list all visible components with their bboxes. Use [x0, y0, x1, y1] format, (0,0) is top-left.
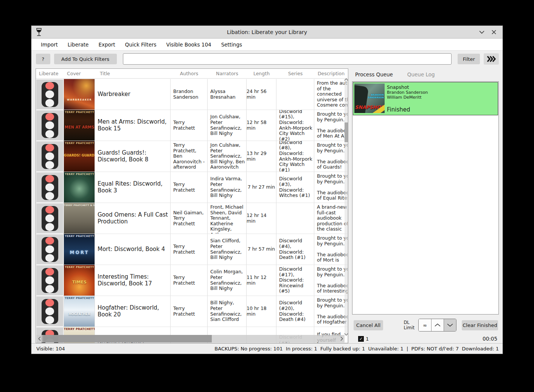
- queue-item[interactable]: BRANDON SANDERSON SNAPSHOT Snapshot Bran…: [353, 82, 498, 115]
- scroll-left-icon[interactable]: [36, 336, 42, 342]
- title-cell: Warbreaker: [95, 79, 171, 110]
- vertical-scrollbar[interactable]: [345, 79, 348, 335]
- table-row[interactable]: TERRY PRATCHETTTIMES Interesting Times: …: [36, 265, 348, 296]
- column-header-authors[interactable]: Authors: [171, 69, 208, 78]
- series-cell: Discworld (#17), Discworld: Rincewind (#…: [276, 265, 314, 296]
- column-header-title[interactable]: Title: [95, 69, 171, 78]
- column-header-liberate[interactable]: Liberate: [36, 69, 64, 78]
- liberate-cell: [36, 79, 63, 109]
- column-header-length[interactable]: Length: [247, 69, 276, 78]
- queue-item-author: Brandon Sanderson: [387, 90, 428, 95]
- title-cell: Mort: Discworld, Book 4: [95, 234, 171, 265]
- description-cell: Brought to youby Penguin. The audiobooko…: [314, 296, 348, 327]
- tab-process-queue[interactable]: Process Queue: [355, 71, 393, 77]
- scroll-up-icon[interactable]: [343, 77, 348, 82]
- queue-count-checkbox[interactable]: ✓: [358, 336, 364, 342]
- add-to-quick-filters-button[interactable]: Add To Quick Filters: [54, 54, 117, 64]
- menu-item-liberate[interactable]: Liberate: [63, 42, 94, 48]
- column-header-description[interactable]: Description: [314, 69, 348, 78]
- queue-item-title: Snapshot: [387, 84, 428, 90]
- column-header-series[interactable]: Series: [276, 69, 314, 78]
- triple-chevron-icon[interactable]: [484, 53, 499, 65]
- series-cell: Discworld (#20), Discworld: Death (#4): [276, 296, 314, 327]
- menu-item-import[interactable]: Import: [36, 42, 63, 48]
- description-cell: From the authorof theconnecteduniverse o…: [314, 79, 348, 110]
- table-row[interactable]: TERRY PRATCHETTGUARDS! GUARDS! Guards! G…: [36, 141, 348, 172]
- column-header-cover[interactable]: Cover: [64, 69, 95, 78]
- title-cell: Hogfather: Discworld, Book 20: [95, 296, 171, 327]
- book-cover: TERRY PRATCHETTTIMES: [64, 265, 95, 296]
- length-cell: 12 hr 14 min: [247, 203, 276, 234]
- liberate-button[interactable]: [42, 299, 58, 324]
- book-cover: TERRY PRATCHETTMORT: [64, 234, 95, 265]
- dl-limit-value[interactable]: ∞: [419, 319, 431, 331]
- filter-button[interactable]: Filter: [458, 54, 480, 64]
- description-cell: Brought to youby Penguin. The audiobooko…: [314, 265, 348, 296]
- liberate-button[interactable]: [42, 175, 58, 200]
- title-cell: Interesting Times: Discworld, Book 17: [95, 265, 171, 296]
- window-title: Libation: Liberate your Library: [31, 29, 503, 35]
- spinner-up-icon[interactable]: [431, 319, 444, 331]
- authors-cell: Terry Pratchett: [171, 110, 208, 141]
- title-cell: Equal Rites: Discworld, Book 3: [95, 172, 171, 203]
- queue-list: BRANDON SANDERSON SNAPSHOT Snapshot Bran…: [352, 81, 499, 315]
- liberate-button[interactable]: [42, 144, 58, 169]
- liberate-cell: [36, 296, 63, 326]
- help-button[interactable]: ?: [36, 54, 50, 64]
- tab-queue-log[interactable]: Queue Log: [407, 71, 435, 77]
- narrators-cell: Jon Culshaw, Peter Serafinowicz, Bill Ni…: [208, 110, 247, 141]
- title-bar: Libation: Liberate your Library: [31, 26, 503, 39]
- narrators-cell: Sian Clifford, Peter Serafinowicz, Bill …: [208, 234, 247, 265]
- menu-bar: ImportLiberateExportQuick FiltersVisible…: [31, 39, 503, 51]
- spinner-down-icon[interactable]: [444, 319, 456, 331]
- clear-finished-button[interactable]: Clear Finished: [462, 320, 498, 330]
- library-grid: Liberate Cover Title Authors Narrators L…: [36, 68, 348, 343]
- table-row[interactable]: WARBREAKER Warbreaker Brandon Sanderson …: [36, 79, 348, 110]
- table-row[interactable]: TERRY PRATCHETT Equal Rites: Discworld, …: [36, 172, 348, 203]
- table-row[interactable]: TERRY PRATCHETT & NEIL GAIMANGOOD OMENS …: [36, 203, 348, 234]
- queue-timer: 00:05: [483, 336, 499, 342]
- column-header-narrators[interactable]: Narrators: [208, 69, 247, 78]
- liberate-button[interactable]: [42, 268, 58, 293]
- liberate-button[interactable]: [42, 206, 58, 231]
- liberate-cell: [36, 172, 63, 202]
- book-cover: TERRY PRATCHETTHOGFATHER: [64, 296, 95, 327]
- table-body: WARBREAKER Warbreaker Brandon Sanderson …: [36, 79, 348, 343]
- length-cell: 13 hr 29 min: [247, 141, 276, 172]
- vertical-scroll-thumb[interactable]: [345, 122, 348, 142]
- book-cover: WARBREAKER: [64, 79, 95, 110]
- table-row[interactable]: TERRY PRATCHETTHOGFATHER Hogfather: Disc…: [36, 296, 348, 327]
- authors-cell: Terry Pratchett, Ben Aaronovitch - after…: [171, 141, 208, 172]
- menu-item-settings[interactable]: Settings: [216, 42, 247, 48]
- menu-item-export[interactable]: Export: [93, 42, 120, 48]
- authors-cell: Brandon Sanderson: [171, 79, 208, 110]
- book-cover: TERRY PRATCHETT & NEIL GAIMANGOOD OMENS: [64, 203, 95, 234]
- narrators-cell: Jon Culshaw, Peter Serafinowicz, Bill Ni…: [208, 141, 247, 172]
- narrators-cell: Indira Varma, Peter Serafinowicz, Bill N…: [208, 172, 247, 203]
- table-row[interactable]: TERRY PRATCHETTMORT Mort: Discworld, Boo…: [36, 234, 348, 265]
- cancel-all-button[interactable]: Cancel All: [354, 320, 383, 330]
- status-bar: Visible: 104 BACKUPS: No progress: 101 I…: [31, 343, 503, 354]
- liberate-button[interactable]: [42, 113, 58, 138]
- toolbar: ? Add To Quick Filters Filter: [31, 51, 503, 67]
- dl-limit-spinner[interactable]: ∞: [418, 319, 456, 332]
- horizontal-scrollbar[interactable]: [36, 335, 345, 342]
- scroll-right-icon[interactable]: [338, 336, 345, 342]
- liberate-cell: [36, 203, 63, 233]
- cover-author-text: BRANDON SANDERSON: [364, 93, 384, 99]
- liberate-button[interactable]: [42, 237, 58, 262]
- narrators-cell: Alyssa Bresnahan: [208, 79, 247, 110]
- horizontal-scroll-thumb[interactable]: [43, 335, 212, 342]
- process-queue-panel: Process Queue Queue Log BRANDON SANDERSO…: [352, 68, 499, 343]
- length-cell: 7 hr 27 min: [247, 172, 276, 203]
- filter-input[interactable]: [123, 53, 452, 65]
- book-cover: TERRY PRATCHETTGUARDS! GUARDS!: [64, 141, 95, 172]
- authors-cell: Neil Gaiman, Terry Pratchett: [171, 203, 208, 234]
- menu-item-quick-filters[interactable]: Quick Filters: [120, 42, 161, 48]
- authors-cell: Terry Pratchett: [171, 265, 208, 296]
- liberate-cell: [36, 141, 63, 171]
- liberate-button[interactable]: [42, 82, 58, 107]
- authors-cell: Terry Pratchett: [171, 172, 208, 203]
- table-row[interactable]: TERRY PRATCHETTMEN AT ARMS Men at Arms: …: [36, 110, 348, 141]
- menu-item-visible-books-104[interactable]: Visible Books 104: [161, 42, 216, 48]
